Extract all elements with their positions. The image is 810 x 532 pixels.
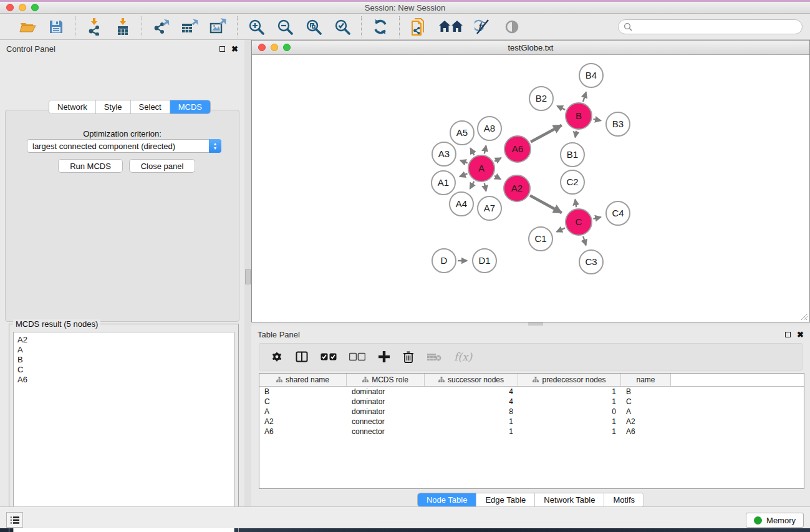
table-cell[interactable]: 0 xyxy=(518,407,621,417)
mcds-result-list[interactable]: A2ABCA6 xyxy=(13,332,234,532)
graph-edge-A-A8[interactable] xyxy=(485,145,486,153)
table-cell[interactable]: connector xyxy=(347,417,425,427)
column-header[interactable]: predecessor nodes xyxy=(518,374,621,386)
memory-button[interactable]: Memory xyxy=(746,513,804,528)
mcds-result-item[interactable]: A2 xyxy=(14,334,234,344)
table-cell[interactable]: 8 xyxy=(425,407,518,417)
zoom-out-button[interactable] xyxy=(276,18,294,36)
table-cell[interactable]: C xyxy=(621,397,671,407)
table-cell[interactable]: 1 xyxy=(518,427,621,437)
tab-motifs[interactable]: Motifs xyxy=(604,493,644,506)
apply-layout-button[interactable] xyxy=(372,18,389,36)
network-canvas[interactable]: AA1A3A5A8A4A7A6A2BB1B2B3B4CC1C2C3C4DD1 xyxy=(252,55,809,322)
mcds-result-item[interactable]: A6 xyxy=(14,374,234,384)
mcds-result-item[interactable]: B xyxy=(14,354,234,364)
zoom-in-button[interactable] xyxy=(248,18,265,36)
tab-style[interactable]: Style xyxy=(96,100,131,114)
graph-node-C1[interactable]: C1 xyxy=(529,227,552,251)
show-graphics-details-button[interactable] xyxy=(503,18,521,36)
graph-node-B2[interactable]: B2 xyxy=(529,87,553,110)
table-cell[interactable]: dominator xyxy=(347,397,425,407)
criterion-dropdown[interactable]: largest connected component (directed) ▲… xyxy=(27,139,221,153)
graph-node-A8[interactable]: A8 xyxy=(478,117,501,140)
table-cell[interactable]: 4 xyxy=(425,397,518,407)
graph-node-C2[interactable]: C2 xyxy=(561,170,584,194)
table-cell[interactable]: connector xyxy=(347,427,425,437)
graph-node-A5[interactable]: A5 xyxy=(450,121,474,145)
export-image-button[interactable] xyxy=(210,18,227,36)
column-header[interactable]: successor nodes xyxy=(425,374,518,386)
table-row[interactable]: A6connector11A6 xyxy=(259,427,804,437)
tab-select[interactable]: Select xyxy=(131,100,170,114)
task-history-button[interactable] xyxy=(6,512,23,528)
function-builder-button[interactable]: f(x) xyxy=(454,351,472,363)
mcds-result-item[interactable]: A xyxy=(14,344,234,354)
graph-edge-C-C1[interactable] xyxy=(557,228,565,232)
table-cell[interactable]: 1 xyxy=(518,397,621,407)
search-input[interactable] xyxy=(636,22,797,31)
vertical-splitter-handle[interactable] xyxy=(245,269,251,284)
zoom-selected-button[interactable] xyxy=(334,18,351,36)
graph-node-A6[interactable]: A6 xyxy=(504,136,531,162)
graph-node-B[interactable]: B xyxy=(566,103,592,129)
graph-edge-A-A1[interactable] xyxy=(460,173,467,177)
open-file-button[interactable] xyxy=(19,18,36,36)
tab-edge-table[interactable]: Edge Table xyxy=(476,493,535,506)
add-column-button[interactable] xyxy=(378,351,390,363)
export-network-button[interactable] xyxy=(152,18,170,36)
table-cell[interactable]: A6 xyxy=(259,427,347,437)
graph-edge-A-A5[interactable] xyxy=(470,148,474,155)
graph-node-C[interactable]: C xyxy=(566,209,592,235)
graph-edge-B-B1[interactable] xyxy=(575,131,576,138)
table-cell[interactable]: A xyxy=(621,407,671,417)
float-panel-icon[interactable] xyxy=(219,46,225,52)
table-cell[interactable]: 1 xyxy=(425,427,518,437)
graph-edge-A-A4[interactable] xyxy=(470,181,475,189)
graph-node-D1[interactable]: D1 xyxy=(473,249,496,273)
close-table-panel-icon[interactable]: ✖ xyxy=(797,331,804,339)
select-all-button[interactable] xyxy=(321,352,337,361)
graph-node-D[interactable]: D xyxy=(432,249,456,273)
graph-node-A2[interactable]: A2 xyxy=(504,175,530,201)
table-cell[interactable]: 1 xyxy=(518,387,621,397)
import-table-button[interactable] xyxy=(114,18,132,36)
zoom-fit-button[interactable] xyxy=(305,18,322,36)
table-cell[interactable]: A2 xyxy=(259,417,347,427)
graph-edge-A-A6[interactable] xyxy=(494,158,501,162)
tab-network[interactable]: Network xyxy=(49,100,96,114)
graph-node-B1[interactable]: B1 xyxy=(561,143,584,167)
table-cell[interactable]: B xyxy=(259,387,347,397)
table-row[interactable]: Cdominator41C xyxy=(259,397,804,407)
table-cell[interactable]: C xyxy=(259,397,347,407)
graph-edge-A-A3[interactable] xyxy=(460,160,467,163)
table-row[interactable]: Adominator80A xyxy=(259,407,804,417)
graph-node-C3[interactable]: C3 xyxy=(579,250,603,274)
delete-table-button[interactable] xyxy=(427,352,441,362)
table-cell[interactable]: A6 xyxy=(621,427,671,437)
float-table-panel-icon[interactable] xyxy=(785,332,791,337)
save-session-button[interactable] xyxy=(47,18,65,36)
run-mcds-button[interactable]: Run MCDS xyxy=(58,159,123,173)
tab-network-table[interactable]: Network Table xyxy=(535,493,604,506)
table-cell[interactable]: dominator xyxy=(347,407,425,417)
graph-node-A[interactable]: A xyxy=(468,155,494,181)
graph-edge-B-B2[interactable] xyxy=(557,106,565,110)
clone-network-button[interactable] xyxy=(410,18,427,36)
first-neighbors-button[interactable] xyxy=(438,18,463,36)
graph-edge-A-A7[interactable] xyxy=(485,183,486,191)
import-network-button[interactable] xyxy=(85,18,103,36)
table-cell[interactable]: A2 xyxy=(621,417,671,427)
graph-node-C4[interactable]: C4 xyxy=(606,201,630,225)
table-cell[interactable]: 4 xyxy=(425,387,518,397)
hide-analysis-button[interactable]: f xyxy=(475,18,492,36)
close-panel-icon[interactable]: ✖ xyxy=(231,45,238,53)
graph-edge-B-B3[interactable] xyxy=(594,119,601,120)
graph-edge-C-C4[interactable] xyxy=(593,217,600,219)
graph-edge-A2-C[interactable] xyxy=(530,195,562,213)
close-panel-button[interactable]: Close panel xyxy=(129,159,195,173)
column-header[interactable]: MCDS role xyxy=(347,374,425,386)
deselect-all-button[interactable] xyxy=(349,352,365,361)
column-header[interactable]: shared name xyxy=(259,374,347,386)
table-row[interactable]: A2connector11A2 xyxy=(259,417,804,427)
graph-edge-C-C2[interactable] xyxy=(575,200,576,208)
